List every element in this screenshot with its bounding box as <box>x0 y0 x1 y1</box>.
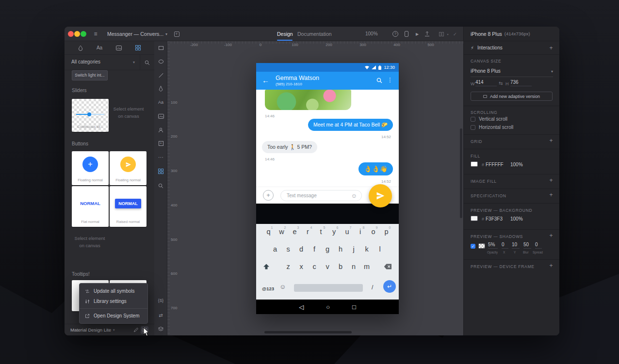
add-adaptive-version-button[interactable]: Add new adaptive version <box>471 92 553 101</box>
shadow-opacity-field[interactable]: 5% <box>488 242 498 249</box>
slash-key[interactable]: / <box>372 284 373 291</box>
nav-recents-icon[interactable]: □ <box>352 303 356 311</box>
keyboard-key[interactable]: c <box>308 263 321 270</box>
device-mirror-icon[interactable] <box>403 27 410 41</box>
enter-key[interactable]: ↵ <box>383 280 396 293</box>
canvas-size-preset-dropdown[interactable]: iPhone 8 Plus <box>471 68 501 74</box>
grid-add-button[interactable]: + <box>548 137 554 144</box>
preview-device-frame-add-button[interactable]: + <box>548 262 554 269</box>
image-fill-add-button[interactable]: + <box>548 177 554 184</box>
line-tool-icon[interactable] <box>154 71 167 79</box>
images-tab-icon[interactable] <box>116 46 122 50</box>
specification-add-button[interactable]: + <box>548 191 554 198</box>
menu-item-update-symbols[interactable]: Update all symbols <box>80 286 147 296</box>
chevron-down-icon[interactable]: ▾ <box>164 27 169 41</box>
fill-opacity-field[interactable]: 100% <box>510 162 523 167</box>
component-card-flat-button[interactable]: NORMAL Flat normal <box>72 186 109 227</box>
keyboard-key[interactable]: f <box>308 245 321 253</box>
keyboard-key[interactable]: n <box>347 263 360 270</box>
preview-background-opacity-field[interactable]: 100% <box>510 216 523 222</box>
backspace-key[interactable] <box>384 264 392 269</box>
fill-color-swatch[interactable] <box>471 161 478 167</box>
category-dropdown[interactable]: All categories ▾ <box>65 55 154 70</box>
artboard-iphone-8-plus[interactable]: 12:30 ← Gemma Watson (585) 210-1610 ⋮ 14… <box>256 63 399 314</box>
preview-background-hex-field[interactable]: F3F3F3 <box>486 216 503 222</box>
add-page-icon[interactable]: + <box>173 27 180 41</box>
oval-tool-icon[interactable] <box>154 58 167 65</box>
send-button[interactable] <box>369 184 392 207</box>
keyboard-key[interactable]: 0p <box>380 228 393 236</box>
edit-library-pencil-icon[interactable] <box>133 327 139 332</box>
library-name[interactable]: Material Design Lite <box>70 327 111 332</box>
keyboard-key[interactable]: x <box>295 263 308 270</box>
swap-dimensions-icon[interactable]: ⇆ <box>499 80 503 86</box>
text-tool-icon[interactable]: Aa <box>154 98 167 106</box>
text-styles-tab-icon[interactable]: Aa <box>97 45 102 50</box>
nav-home-icon[interactable]: ○ <box>326 303 330 311</box>
keyboard-key[interactable]: b <box>334 263 347 270</box>
horizontal-scroll-label[interactable]: Horizontal scroll <box>479 125 513 130</box>
document-title[interactable]: Messanger — Convers... <box>107 27 163 41</box>
keyboard-key[interactable]: 1q <box>262 228 275 236</box>
message-bubble-sent[interactable]: Meet me at 4 PM at Taco Bell 🌮 <box>308 119 393 131</box>
chevron-down-icon[interactable]: ▾ <box>551 69 553 74</box>
keyboard-key[interactable]: h <box>334 245 347 253</box>
keyboard-key[interactable]: 4r <box>302 228 314 236</box>
interactions-add-button[interactable]: + <box>548 45 554 51</box>
shadow-blur-field[interactable]: 50 <box>523 242 531 249</box>
keyboard-key[interactable]: 9o <box>367 228 380 236</box>
keyboard-key[interactable]: m <box>360 263 373 270</box>
height-field[interactable]: 736 <box>510 79 532 86</box>
shadow-enabled-checkbox[interactable]: ✓ <box>471 244 475 249</box>
symbols-key[interactable]: @123 <box>262 286 274 291</box>
preview-background-swatch[interactable] <box>471 216 478 221</box>
keyboard-key[interactable]: 8i <box>354 228 367 236</box>
status-bar[interactable]: 12:30 <box>256 63 399 72</box>
keyboard-key[interactable]: s <box>282 245 294 253</box>
component-card-raised-button[interactable]: NORMAL Raised normal <box>110 186 147 227</box>
keyboard-key[interactable]: k <box>360 245 373 253</box>
shadow-color-swatch[interactable] <box>478 243 485 249</box>
shadow-x-field[interactable]: 0 <box>502 242 508 249</box>
keyboard-key[interactable]: 7u <box>341 228 354 236</box>
zoom-level[interactable]: 100% <box>365 27 378 41</box>
keyboard-key[interactable]: g <box>321 245 334 253</box>
layout-columns-icon[interactable] <box>438 27 445 41</box>
component-card-fab-yellow[interactable]: Floating normal <box>110 151 147 185</box>
keyboard-key[interactable]: 3e <box>289 228 301 236</box>
play-preview-button[interactable]: ▶ <box>414 27 421 41</box>
export-icon[interactable] <box>424 27 430 41</box>
layers-panel-icon[interactable] <box>154 325 167 333</box>
help-icon[interactable]: ? <box>391 27 399 41</box>
rectangle-tool-icon[interactable] <box>154 44 167 52</box>
chevron-down-icon[interactable]: ▾ <box>446 27 450 41</box>
keyboard-key[interactable]: 5t <box>315 228 327 236</box>
horizontal-scrollbar[interactable] <box>264 331 352 333</box>
chevron-down-icon[interactable]: ▾ <box>113 328 115 332</box>
zoom-window-button[interactable] <box>81 31 86 37</box>
keyboard[interactable]: 1q 2w 3e 4r 5t 6y 7u 8i 9o 0p a s d f g <box>256 224 399 300</box>
shadow-spread-field[interactable]: 0 <box>535 242 542 249</box>
tab-documentation[interactable]: Documentation <box>297 27 332 41</box>
components-panel-icon[interactable] <box>154 167 167 175</box>
space-key[interactable] <box>294 284 363 292</box>
chat-header[interactable]: ← Gemma Watson (585) 210-1610 ⋮ <box>256 72 399 90</box>
more-tools-icon[interactable]: ⋯ <box>154 153 167 161</box>
component-card-fab-blue[interactable]: + Floating normal <box>72 151 109 185</box>
vertical-scroll-checkbox[interactable] <box>471 117 475 122</box>
horizontal-scroll-checkbox[interactable] <box>471 125 475 130</box>
interactions-row[interactable]: ⚡ Interactions <box>464 41 559 54</box>
message-bubble-sent-emoji[interactable]: 👌👌👋 <box>358 162 393 175</box>
hamburger-menu-icon[interactable]: ≡ <box>92 27 99 41</box>
tab-design[interactable]: Design <box>277 27 293 41</box>
keyboard-key[interactable]: 6y <box>328 228 341 236</box>
vertical-scroll-label[interactable]: Vertical scroll <box>479 116 507 122</box>
minimize-window-button[interactable] <box>74 31 80 37</box>
search-icon[interactable] <box>376 78 382 83</box>
message-bubble-received[interactable]: Too early 🚶 5 PM? <box>262 141 317 153</box>
message-photo[interactable] <box>265 90 351 110</box>
message-input[interactable]: Text message ☺ <box>280 190 362 201</box>
keyboard-key[interactable]: j <box>347 245 360 253</box>
component-card-slider[interactable]: Continuous sli... <box>72 99 109 132</box>
vertical-ruler[interactable] <box>167 41 170 335</box>
